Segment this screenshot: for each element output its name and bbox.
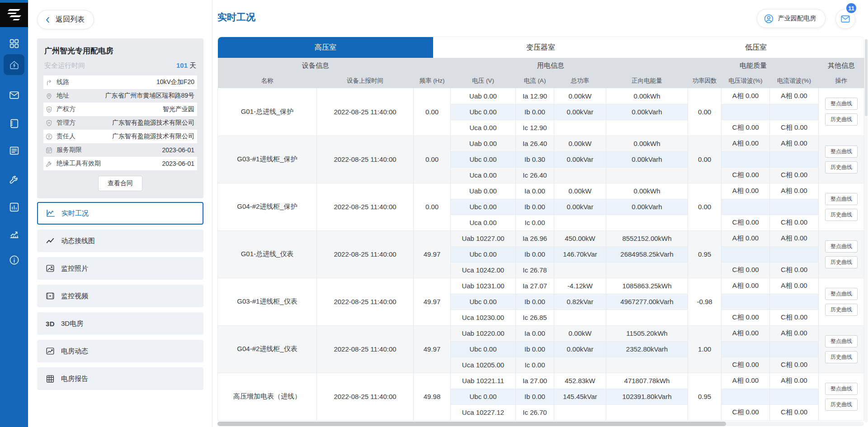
hourly-curve-button[interactable]: 整点曲线 xyxy=(825,335,858,347)
rail-item-list[interactable] xyxy=(0,141,28,160)
cell-frequency: 0.00 xyxy=(414,136,451,183)
cell-current: Ia 27.00 xyxy=(516,373,554,389)
view-contract-button[interactable]: 查看合同 xyxy=(98,176,142,191)
rail-item-wrench[interactable] xyxy=(0,170,28,188)
home-energy-icon xyxy=(9,59,20,70)
cell-current: Ic 12.90 xyxy=(516,120,554,136)
cell-energy: 0.00kWh xyxy=(606,88,688,104)
cell-current: Ic 0.00 xyxy=(516,357,554,373)
rail-item-info[interactable] xyxy=(0,251,28,269)
logo-icon xyxy=(5,7,23,23)
back-to-list-button[interactable]: 返回列表 xyxy=(37,10,94,29)
rail-item-home-energy[interactable] xyxy=(4,54,24,75)
nav-item-video[interactable]: 监控视频 xyxy=(37,285,203,307)
station-field-row: 地址广东省广州市黄埔区瑞和路89号 xyxy=(43,89,197,103)
nav-item-wiring[interactable]: 动态接线图 xyxy=(37,230,203,252)
vertical-scrollbar[interactable] xyxy=(865,38,868,422)
app-rail xyxy=(0,0,28,427)
back-button-label: 返回列表 xyxy=(56,15,85,24)
history-curve-button[interactable]: 历史曲线 xyxy=(825,161,858,174)
cell-device-name: G03-#1进线柜_仪表 xyxy=(218,278,317,325)
cell-current: Ib 0.00 xyxy=(516,294,554,310)
field-value: 2023-06-01 xyxy=(162,146,194,154)
cell-voltage: Ubc 0.00 xyxy=(451,199,516,215)
device-subrow: G04-#2进线柜_仪表2022-08-25 11:40:0049.97Uab … xyxy=(218,325,864,341)
cell-actions: 整点曲线历史曲线 xyxy=(819,136,864,183)
rail-item-mail[interactable] xyxy=(0,86,28,104)
cell-current: Ib 0.00 xyxy=(516,246,554,262)
cell-energy xyxy=(606,357,688,373)
app-logo xyxy=(0,3,28,27)
bar-chart-icon xyxy=(9,202,20,213)
rail-item-notebook[interactable] xyxy=(0,114,28,132)
hourly-curve-button[interactable]: 整点曲线 xyxy=(825,383,858,395)
cell-current: Ia 0.00 xyxy=(516,325,554,341)
cell-voltage-harmonic xyxy=(722,389,770,404)
hourly-curve-button[interactable]: 整点曲线 xyxy=(825,145,858,158)
nav-item-label: 电房报告 xyxy=(61,375,88,383)
tab-room-2[interactable]: 低压室 xyxy=(648,37,863,58)
history-curve-button[interactable]: 历史曲线 xyxy=(825,304,858,316)
horizontal-scrollbar-thumb[interactable] xyxy=(217,422,726,426)
history-curve-button[interactable]: 历史曲线 xyxy=(825,113,858,126)
mail-icon xyxy=(840,14,850,24)
cell-energy xyxy=(606,215,688,230)
cell-voltage: Ubc 0.00 xyxy=(451,389,516,404)
hourly-curve-button[interactable]: 整点曲线 xyxy=(825,98,858,110)
cell-current: Ia 27.07 xyxy=(516,278,554,294)
tab-room-1[interactable]: 变压器室 xyxy=(433,37,648,58)
cell-power xyxy=(554,262,606,278)
cell-current-harmonic xyxy=(770,199,819,215)
horizontal-scrollbar[interactable] xyxy=(217,422,864,426)
cell-energy: 0.00kVarh xyxy=(606,199,688,215)
cell-voltage-harmonic xyxy=(722,104,770,120)
account-button[interactable]: 产业园配电房 xyxy=(757,9,826,28)
history-curve-button[interactable]: 历史曲线 xyxy=(825,351,858,363)
station-field-row: 服务期限2023-06-01 xyxy=(43,143,197,157)
cell-power-factor: -0.98 xyxy=(688,278,722,325)
nav-item-label: 电房动态 xyxy=(61,347,88,356)
rail-item-bar-chart[interactable] xyxy=(0,198,28,216)
rail-item-apps[interactable] xyxy=(0,34,28,52)
3d-icon: 3D xyxy=(45,319,55,328)
nav-item-report[interactable]: 电房报告 xyxy=(37,367,203,390)
cell-report-time: 2022-08-25 11:40:00 xyxy=(317,373,414,420)
nav-item-dynamic[interactable]: 电房动态 xyxy=(37,340,203,362)
calendar-icon xyxy=(45,146,53,154)
hourly-curve-button[interactable]: 整点曲线 xyxy=(825,240,858,253)
history-curve-button[interactable]: 历史曲线 xyxy=(825,209,858,221)
cell-voltage: Ubc 0.00 xyxy=(451,246,516,262)
history-curve-button[interactable]: 历史曲线 xyxy=(825,399,858,411)
vertical-scrollbar-thumb[interactable] xyxy=(865,39,868,116)
cell-current-harmonic: C相 0.00 xyxy=(770,120,819,136)
nav-item-3d[interactable]: 3D3D电房 xyxy=(37,312,203,335)
cell-power: 0.00kVar xyxy=(554,104,606,120)
cell-voltage-harmonic: C相 0.00 xyxy=(722,215,770,230)
apps-icon xyxy=(9,38,20,49)
tab-room-0[interactable]: 高压室 xyxy=(218,37,433,58)
cell-current-harmonic: A相 0.00 xyxy=(770,325,819,341)
cell-voltage: Uab 0.00 xyxy=(451,183,516,199)
wiring-icon xyxy=(45,236,55,246)
message-count-badge: 11 xyxy=(845,2,857,14)
cell-energy xyxy=(606,262,688,278)
cell-frequency: 49.98 xyxy=(414,373,451,420)
nav-item-label: 监控视频 xyxy=(61,292,88,300)
history-curve-button[interactable]: 历史曲线 xyxy=(825,256,858,268)
cell-voltage: Ubc 0.00 xyxy=(451,151,516,167)
cell-device-name: G04-#2进线柜_保护 xyxy=(218,183,317,230)
nav-item-realtime[interactable]: 实时工况 xyxy=(37,202,203,225)
cell-voltage-harmonic: A相 0.00 xyxy=(722,88,770,104)
cell-voltage: Uca 10227.12 xyxy=(451,404,516,420)
cell-current-harmonic: A相 0.00 xyxy=(770,373,819,389)
nav-item-photo[interactable]: 监控照片 xyxy=(37,257,203,280)
cell-current-harmonic xyxy=(770,389,819,404)
station-field-row: 线路10kV企加F20 xyxy=(43,75,197,89)
rail-item-trend-chart[interactable] xyxy=(0,225,28,243)
hourly-curve-button[interactable]: 整点曲线 xyxy=(825,288,858,300)
hourly-curve-button[interactable]: 整点曲线 xyxy=(825,193,858,205)
device-subrow: G03-#1进线柜_保护2022-08-25 11:40:000.00Uab 0… xyxy=(218,136,864,151)
field-value: 广东省广州市黄埔区瑞和路89号 xyxy=(105,92,194,100)
list-icon xyxy=(9,145,20,156)
cell-power-factor: 1.00 xyxy=(688,325,722,373)
